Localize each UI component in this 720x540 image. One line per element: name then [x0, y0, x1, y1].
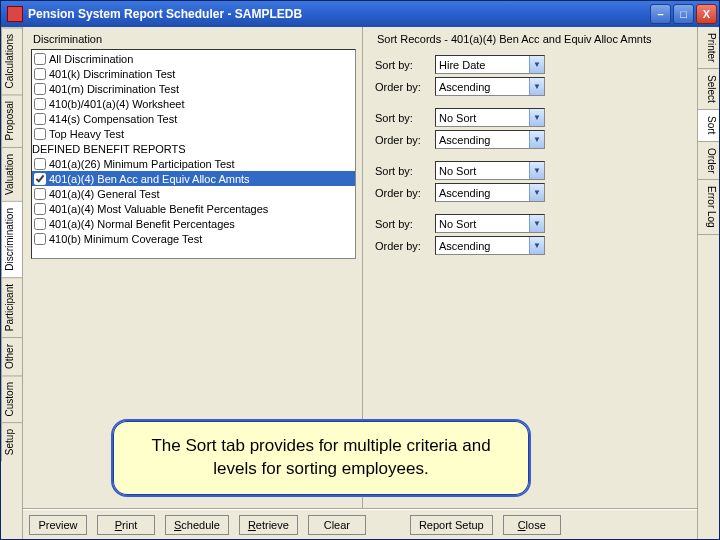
sort-row-label: Sort by: — [375, 218, 435, 230]
list-item-label: 401(a)(4) Normal Benefit Percentages — [49, 218, 235, 230]
list-item[interactable]: 401(a)(4) General Test — [32, 186, 355, 201]
list-item-label: 410(b) Minimum Coverage Test — [49, 233, 202, 245]
list-item-label: 410(b)/401(a)(4) Worksheet — [49, 98, 185, 110]
list-item[interactable]: 414(s) Compensation Test — [32, 111, 355, 126]
chevron-down-icon[interactable]: ▼ — [529, 109, 544, 126]
list-item[interactable]: 401(a)(4) Normal Benefit Percentages — [32, 216, 355, 231]
combo-value: Ascending — [439, 81, 490, 93]
left-tab-custom[interactable]: Custom — [1, 375, 22, 422]
chevron-down-icon[interactable]: ▼ — [529, 56, 544, 73]
sort-by-combo[interactable]: No Sort▼ — [435, 214, 545, 233]
right-panel-label: Sort Records - 401(a)(4) Ben Acc and Equ… — [377, 33, 687, 45]
left-tabstrip: CalculationsProposalValuationDiscriminat… — [1, 27, 23, 539]
schedule-button[interactable]: Schedule — [165, 515, 229, 535]
list-item[interactable]: 410(b) Minimum Coverage Test — [32, 231, 355, 246]
list-item-label: 401(a)(26) Minimum Participation Test — [49, 158, 235, 170]
list-item[interactable]: 401(k) Discrimination Test — [32, 66, 355, 81]
titlebar[interactable]: Pension System Report Scheduler - SAMPLE… — [1, 1, 719, 27]
list-item-label: DEFINED BENEFIT REPORTS — [32, 143, 186, 155]
sort-by-combo[interactable]: No Sort▼ — [435, 108, 545, 127]
sort-by-row: Sort by:No Sort▼ — [375, 161, 687, 180]
right-tab-order[interactable]: Order — [698, 142, 719, 181]
list-item-label: 401(a)(4) Ben Acc and Equiv Alloc Amnts — [49, 173, 250, 185]
left-tab-setup[interactable]: Setup — [1, 422, 22, 461]
sort-by-combo[interactable]: No Sort▼ — [435, 161, 545, 180]
order-by-combo[interactable]: Ascending▼ — [435, 130, 545, 149]
chevron-down-icon[interactable]: ▼ — [529, 162, 544, 179]
left-tab-discrimination[interactable]: Discrimination — [1, 201, 22, 277]
list-item-checkbox[interactable] — [34, 98, 46, 110]
order-by-combo[interactable]: Ascending▼ — [435, 236, 545, 255]
order-by-combo[interactable]: Ascending▼ — [435, 77, 545, 96]
list-item-checkbox[interactable] — [34, 203, 46, 215]
sort-by-row: Sort by:No Sort▼ — [375, 108, 687, 127]
left-tab-other[interactable]: Other — [1, 337, 22, 375]
right-tab-select[interactable]: Select — [698, 69, 719, 110]
left-tab-participant[interactable]: Participant — [1, 277, 22, 337]
list-item[interactable]: 401(m) Discrimination Test — [32, 81, 355, 96]
list-item[interactable]: Top Heavy Test — [32, 126, 355, 141]
sort-row-label: Sort by: — [375, 112, 435, 124]
list-item-checkbox[interactable] — [34, 68, 46, 80]
minimize-button[interactable]: – — [650, 4, 671, 24]
sort-row-label: Order by: — [375, 187, 435, 199]
sort-by-row: Sort by:Hire Date▼ — [375, 55, 687, 74]
right-tab-printer[interactable]: Printer — [698, 27, 719, 69]
list-item[interactable]: 410(b)/401(a)(4) Worksheet — [32, 96, 355, 111]
sort-by-row: Sort by:No Sort▼ — [375, 214, 687, 233]
list-item-checkbox[interactable] — [34, 113, 46, 125]
right-tab-sort[interactable]: Sort — [698, 110, 719, 141]
list-item[interactable]: All Discrimination — [32, 51, 355, 66]
list-item-checkbox[interactable] — [34, 158, 46, 170]
combo-value: Ascending — [439, 134, 490, 146]
chevron-down-icon[interactable]: ▼ — [529, 215, 544, 232]
left-panel-label: Discrimination — [33, 33, 356, 45]
maximize-button[interactable]: □ — [673, 4, 694, 24]
list-item-checkbox[interactable] — [34, 53, 46, 65]
list-item[interactable]: 401(a)(26) Minimum Participation Test — [32, 156, 355, 171]
combo-value: Hire Date — [439, 59, 485, 71]
chevron-down-icon[interactable]: ▼ — [529, 131, 544, 148]
list-item[interactable]: DEFINED BENEFIT REPORTS — [32, 141, 355, 156]
retrieve-button[interactable]: Retrieve — [239, 515, 298, 535]
order-by-combo[interactable]: Ascending▼ — [435, 183, 545, 202]
chevron-down-icon[interactable]: ▼ — [529, 78, 544, 95]
list-item[interactable]: 401(a)(4) Ben Acc and Equiv Alloc Amnts — [32, 171, 355, 186]
help-callout: The Sort tab provides for multiple crite… — [111, 419, 531, 497]
list-item[interactable]: 401(a)(4) Most Valuable Benefit Percenta… — [32, 201, 355, 216]
left-tab-calculations[interactable]: Calculations — [1, 27, 22, 94]
report-setup-button[interactable]: Report Setup — [410, 515, 493, 535]
report-listbox[interactable]: All Discrimination401(k) Discrimination … — [31, 49, 356, 259]
sort-row-label: Order by: — [375, 240, 435, 252]
order-by-row: Order by:Ascending▼ — [375, 130, 687, 149]
sort-row-label: Order by: — [375, 134, 435, 146]
combo-value: No Sort — [439, 218, 476, 230]
list-item-checkbox[interactable] — [34, 218, 46, 230]
close-app-button[interactable]: Close — [503, 515, 561, 535]
order-by-row: Order by:Ascending▼ — [375, 77, 687, 96]
combo-value: No Sort — [439, 112, 476, 124]
sort-row-label: Order by: — [375, 81, 435, 93]
right-tabstrip: PrinterSelectSortOrderError Log — [697, 27, 719, 539]
print-button[interactable]: Print — [97, 515, 155, 535]
preview-button[interactable]: Preview — [29, 515, 87, 535]
list-item-label: Top Heavy Test — [49, 128, 124, 140]
close-button[interactable]: X — [696, 4, 717, 24]
clear-button[interactable]: Clear — [308, 515, 366, 535]
chevron-down-icon[interactable]: ▼ — [529, 237, 544, 254]
left-tab-valuation[interactable]: Valuation — [1, 147, 22, 201]
chevron-down-icon[interactable]: ▼ — [529, 184, 544, 201]
list-item-checkbox[interactable] — [34, 173, 46, 185]
list-item-checkbox[interactable] — [34, 128, 46, 140]
combo-value: Ascending — [439, 240, 490, 252]
list-item-checkbox[interactable] — [34, 233, 46, 245]
order-by-row: Order by:Ascending▼ — [375, 236, 687, 255]
right-tab-error-log[interactable]: Error Log — [698, 180, 719, 235]
app-window: Pension System Report Scheduler - SAMPLE… — [0, 0, 720, 540]
sort-by-combo[interactable]: Hire Date▼ — [435, 55, 545, 74]
list-item-label: 401(a)(4) Most Valuable Benefit Percenta… — [49, 203, 268, 215]
list-item-checkbox[interactable] — [34, 188, 46, 200]
list-item-checkbox[interactable] — [34, 83, 46, 95]
left-tab-proposal[interactable]: Proposal — [1, 94, 22, 146]
combo-value: Ascending — [439, 187, 490, 199]
